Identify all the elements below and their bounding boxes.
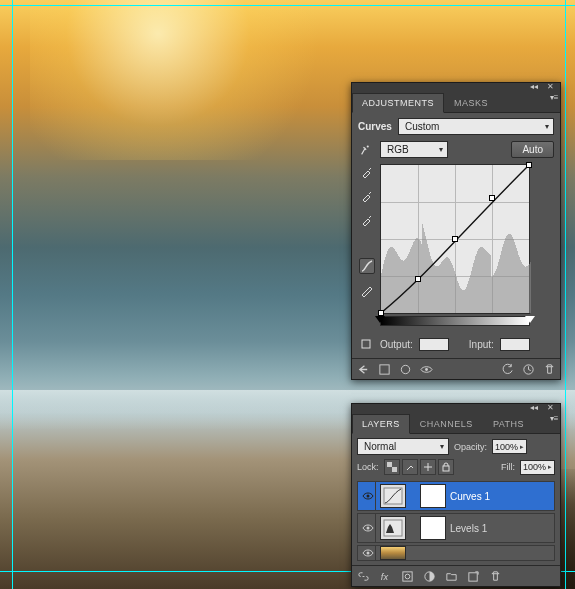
mask-thumb bbox=[420, 484, 446, 508]
new-group-icon[interactable] bbox=[444, 569, 458, 583]
preset-dropdown-value: Custom bbox=[405, 121, 439, 132]
curve-point-quarter[interactable] bbox=[415, 276, 421, 282]
new-layer-icon[interactable] bbox=[466, 569, 480, 583]
channel-dropdown-value: RGB bbox=[387, 144, 409, 155]
panel-menu-icon[interactable]: ▾≡ bbox=[548, 93, 560, 101]
fill-value: 100% bbox=[523, 462, 546, 472]
return-arrow-icon[interactable] bbox=[356, 362, 370, 376]
blend-mode-value: Normal bbox=[364, 441, 396, 452]
edit-points-icon[interactable] bbox=[358, 336, 374, 352]
input-gradient bbox=[380, 316, 530, 326]
curve-point-threequarter[interactable] bbox=[489, 195, 495, 201]
curve-mode-icon[interactable] bbox=[359, 258, 375, 274]
chevron-down-icon: ▾ bbox=[440, 442, 444, 451]
svg-text:fx: fx bbox=[380, 572, 388, 582]
chevron-right-icon: ▸ bbox=[548, 463, 552, 471]
close-icon[interactable]: ✕ bbox=[544, 82, 556, 90]
fill-label: Fill: bbox=[501, 462, 515, 472]
svg-point-9 bbox=[366, 495, 369, 498]
adjustments-panel: ◂◂ ✕ ADJUSTMENTS MASKS ▾≡ Curves Custom … bbox=[351, 82, 561, 380]
output-field[interactable] bbox=[419, 338, 449, 351]
chevron-right-icon: ▸ bbox=[520, 443, 524, 451]
layer-style-icon[interactable]: fx bbox=[378, 569, 392, 583]
opacity-field[interactable]: 100% ▸ bbox=[492, 439, 527, 454]
add-adjustment-icon[interactable] bbox=[422, 569, 436, 583]
svg-point-16 bbox=[405, 574, 410, 579]
link-layers-icon[interactable] bbox=[356, 569, 370, 583]
eye-icon[interactable] bbox=[419, 362, 433, 376]
close-icon[interactable]: ✕ bbox=[544, 403, 556, 411]
eyedropper-gray-icon[interactable] bbox=[359, 188, 375, 204]
tab-layers[interactable]: LAYERS bbox=[352, 414, 410, 434]
pencil-mode-icon[interactable] bbox=[359, 282, 375, 298]
expand-icon[interactable] bbox=[377, 362, 391, 376]
blend-mode-dropdown[interactable]: Normal ▾ bbox=[357, 438, 449, 455]
layer-row-levels[interactable]: Levels 1 bbox=[357, 513, 555, 543]
layer-name: Curves 1 bbox=[450, 491, 490, 502]
guide-vertical-left bbox=[12, 0, 13, 589]
image-thumb bbox=[380, 546, 406, 560]
tab-paths[interactable]: PATHS bbox=[483, 414, 534, 433]
tab-masks[interactable]: MASKS bbox=[444, 93, 498, 112]
on-image-tool-icon[interactable] bbox=[358, 142, 374, 158]
opacity-label: Opacity: bbox=[454, 442, 487, 452]
layers-footer: fx bbox=[352, 565, 560, 586]
visibility-toggle[interactable] bbox=[360, 545, 376, 561]
fill-field[interactable]: 100% ▸ bbox=[520, 460, 555, 475]
svg-point-3 bbox=[401, 365, 409, 373]
guide-vertical-right bbox=[565, 0, 566, 589]
auto-button[interactable]: Auto bbox=[511, 141, 554, 158]
curves-graph[interactable] bbox=[380, 164, 530, 314]
lock-pixels-icon[interactable] bbox=[402, 459, 418, 475]
svg-rect-6 bbox=[387, 462, 392, 467]
svg-point-4 bbox=[425, 368, 428, 371]
lock-transparent-icon[interactable] bbox=[384, 459, 400, 475]
visibility-toggle[interactable] bbox=[360, 482, 376, 510]
chevron-down-icon: ▾ bbox=[439, 145, 443, 154]
add-mask-icon[interactable] bbox=[400, 569, 414, 583]
lock-position-icon[interactable] bbox=[420, 459, 436, 475]
svg-rect-8 bbox=[443, 466, 449, 471]
delete-layer-icon[interactable] bbox=[488, 569, 502, 583]
svg-rect-15 bbox=[402, 571, 411, 580]
svg-rect-2 bbox=[379, 364, 388, 373]
input-label: Input: bbox=[469, 339, 494, 350]
collapse-icon[interactable]: ◂◂ bbox=[528, 82, 540, 90]
panel-drag-bar[interactable]: ◂◂ ✕ bbox=[352, 83, 560, 93]
layers-panel: ◂◂ ✕ LAYERS CHANNELS PATHS ▾≡ Normal ▾ O… bbox=[351, 403, 561, 587]
channel-dropdown[interactable]: RGB ▾ bbox=[380, 141, 448, 158]
black-slider[interactable] bbox=[375, 316, 385, 323]
input-field[interactable] bbox=[500, 338, 530, 351]
eyedropper-white-icon[interactable] bbox=[359, 212, 375, 228]
clip-icon[interactable] bbox=[398, 362, 412, 376]
panel-drag-bar[interactable]: ◂◂ ✕ bbox=[352, 404, 560, 414]
reset-icon[interactable] bbox=[521, 362, 535, 376]
svg-rect-7 bbox=[392, 467, 397, 472]
tab-channels[interactable]: CHANNELS bbox=[410, 414, 483, 433]
adjustments-footer bbox=[352, 358, 560, 379]
curve-point-highlight[interactable] bbox=[526, 162, 532, 168]
panel-menu-icon[interactable]: ▾≡ bbox=[548, 414, 560, 422]
curve-point-mid[interactable] bbox=[452, 236, 458, 242]
output-label: Output: bbox=[380, 339, 413, 350]
svg-point-0 bbox=[367, 145, 369, 147]
adjustment-thumb bbox=[380, 484, 406, 508]
visibility-toggle[interactable] bbox=[360, 514, 376, 542]
guide-horizontal-top bbox=[0, 5, 575, 6]
layer-row-background[interactable] bbox=[357, 545, 555, 561]
lock-all-icon[interactable] bbox=[438, 459, 454, 475]
previous-state-icon[interactable] bbox=[500, 362, 514, 376]
adjustment-type-label: Curves bbox=[358, 121, 392, 132]
opacity-value: 100% bbox=[495, 442, 518, 452]
preset-dropdown[interactable]: Custom ▾ bbox=[398, 118, 554, 135]
collapse-icon[interactable]: ◂◂ bbox=[528, 403, 540, 411]
layer-row-curves[interactable]: Curves 1 bbox=[357, 481, 555, 511]
tab-adjustments[interactable]: ADJUSTMENTS bbox=[352, 93, 444, 113]
eyedropper-black-icon[interactable] bbox=[359, 164, 375, 180]
adjustment-thumb bbox=[380, 516, 406, 540]
white-slider[interactable] bbox=[525, 316, 535, 323]
layer-name: Levels 1 bbox=[450, 523, 487, 534]
lock-label: Lock: bbox=[357, 462, 379, 472]
trash-icon[interactable] bbox=[542, 362, 556, 376]
svg-point-13 bbox=[366, 552, 369, 555]
